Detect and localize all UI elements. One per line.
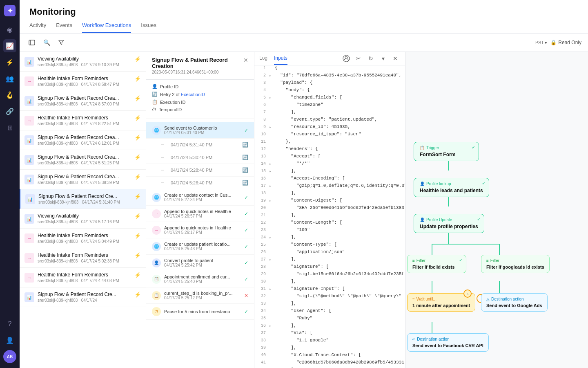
- step-name: Pause for 5 mins from timestamp: [164, 309, 241, 314]
- exec-item-8[interactable]: 📊 Signup Flow & Patient Record Cre... sr…: [20, 189, 146, 209]
- exec-icon-chart: 📊: [24, 135, 34, 145]
- trigger-label: 📋 Trigger: [420, 146, 473, 150]
- body-area: 📊 Viewing Availability srer03skjl-839-kj…: [20, 52, 588, 368]
- step-retry-3[interactable]: 04/17/24 5:28:40 PM 🔄: [146, 164, 254, 177]
- detail-meta: 👤 Profile ID 🔄 Retry 2 of ExecutionID 📋 …: [146, 80, 254, 119]
- exec-item-5[interactable]: 📊 Signup Flow & Patient Record Crea... s…: [20, 130, 146, 150]
- exec-item-1[interactable]: 📊 Viewing Availability srer03skjl-839-kj…: [20, 52, 146, 72]
- step-pause[interactable]: ⏱ Pause for 5 mins from timestamp ✓: [146, 304, 254, 320]
- log-panel-close-button[interactable]: ✕: [390, 54, 400, 63]
- tab-activity[interactable]: Activity: [29, 22, 46, 33]
- nav-icon-help[interactable]: ?: [3, 317, 16, 330]
- tab-workflow-executions[interactable]: Workflow Executions: [82, 22, 131, 33]
- profile-id-row[interactable]: 👤 Profile ID: [152, 84, 248, 89]
- dest-fb-label: ∞ Destination action: [412, 337, 483, 341]
- exec-item-7[interactable]: 📊 Signup Flow & Patient Record Crea... s…: [20, 170, 146, 189]
- step-append-notes-1[interactable]: → Append to quick notes in Healthie 04/1…: [146, 206, 254, 222]
- exec-item-12[interactable]: → Healthie Intake Form Reminders srer03s…: [20, 268, 146, 287]
- log-line-37: 37 "Via": [: [254, 330, 405, 338]
- exec-icon-chart: 📊: [24, 292, 34, 302]
- exec-item-2[interactable]: → Healthie Intake Form Reminders srer03s…: [20, 72, 146, 91]
- filter-icon[interactable]: [56, 37, 67, 48]
- exec-name: Healthie Intake Form Reminders: [38, 252, 131, 258]
- step-icon-globe3: 🌐: [152, 242, 161, 251]
- nav-icon-lightning[interactable]: ⚡: [3, 56, 16, 69]
- flow-node-trigger[interactable]: 📋 Trigger FormSort Form ✓: [414, 142, 479, 161]
- step-x-icon: ✕: [244, 293, 248, 298]
- step-current-step-id[interactable]: 📋 current_step_id is booking_in_pr... 04…: [146, 287, 254, 304]
- lightning-icon: ⚡: [134, 135, 141, 141]
- execution-id-row[interactable]: 📋 Execution ID: [152, 99, 248, 105]
- step-appointment-confirmed[interactable]: 📋 Appointment confirmed and cur... 04/17…: [146, 271, 254, 287]
- exec-item-10[interactable]: → Healthie Intake Form Reminders srer03s…: [20, 229, 146, 248]
- exec-item-13[interactable]: 📊 Signup Flow & Patient Record Cre... sr…: [20, 287, 146, 307]
- tab-inputs[interactable]: Inputs: [274, 52, 287, 65]
- step-retry-2[interactable]: 04/17/24 5:30:40 PM 🔄: [146, 151, 254, 164]
- top-header: Monitoring Activity Events Workflow Exec…: [20, 0, 588, 34]
- sidebar-toggle-icon[interactable]: [26, 37, 38, 48]
- nav-icon-grid[interactable]: ⊞: [3, 121, 16, 134]
- log-line-14: 14 ▸ "*/*": [254, 161, 405, 168]
- flow-node-filter1[interactable]: ≡ Filter Filter if fbclid exists ✓: [407, 255, 466, 273]
- tab-issues[interactable]: Issues: [141, 22, 156, 33]
- step-retry-1[interactable]: 04/17/24 5:31:40 PM 🔄: [146, 139, 254, 151]
- nav-icon-avatar[interactable]: AB: [3, 350, 16, 363]
- person-circle-icon[interactable]: [341, 54, 351, 63]
- step-convert-profile[interactable]: 👤 Convert profile to patient 04/17/24 5:…: [146, 255, 254, 271]
- step-name: Send event to Customer.io: [164, 126, 241, 130]
- timezone-selector[interactable]: PST ▾: [535, 40, 547, 45]
- exec-meta: srer03skjl-839-kjnf803 04/17/24 5:17:16 …: [38, 220, 131, 224]
- exec-meta: srer03skjl-839-kjnf803 04/17/24 6:12:01 …: [38, 141, 131, 146]
- log-panel-chevron[interactable]: ▾: [378, 54, 388, 63]
- search-icon[interactable]: 🔍: [41, 37, 52, 48]
- exec-item-4[interactable]: → Healthie Intake Form Reminders srer03s…: [20, 111, 146, 130]
- step-name: Appointment confirmed and cur...: [164, 274, 241, 279]
- nav-icon-person[interactable]: 👤: [3, 334, 16, 347]
- exec-name: Signup Flow & Patient Record Crea...: [38, 174, 131, 180]
- lightning-inactive-icon: ⚡: [134, 252, 141, 258]
- log-line-34: 34 "User-Agent": [: [254, 308, 405, 316]
- dest-ads-label: △ Destination action: [486, 297, 542, 301]
- exec-name: Healthie Intake Form Reminders: [38, 76, 131, 81]
- exec-icon-chart: 📊: [25, 194, 35, 204]
- flow-node-dest-fb[interactable]: ∞ Destination action Send event to Faceb…: [407, 333, 489, 352]
- nav-icon-monitor[interactable]: ◉: [3, 23, 16, 36]
- filter2-icon: ≡: [486, 258, 489, 263]
- step-append-notes-2[interactable]: → Append to quick notes in Healthie 04/1…: [146, 222, 254, 238]
- wait-label: ≡ Wait until...: [412, 297, 470, 301]
- step-indent-line: [161, 157, 164, 158]
- flow-node-wait[interactable]: ≡ Wait until... 1 minute after appointme…: [407, 293, 475, 312]
- flow-node-filter2[interactable]: ≡ Filter Filter if googleads id exists: [481, 255, 550, 273]
- tab-events[interactable]: Events: [56, 22, 72, 33]
- flow-node-profile-lookup[interactable]: 👤 Profile lookup Healthie leads and pati…: [414, 178, 489, 197]
- detail-close-button[interactable]: ✕: [243, 57, 248, 63]
- execution-id-link[interactable]: ExecutionID: [181, 92, 205, 97]
- retry-row[interactable]: 🔄 Retry 2 of ExecutionID: [152, 92, 248, 97]
- step-retry-icon: 🔄: [242, 167, 248, 173]
- exec-item-11[interactable]: → Healthie Intake Form Reminders srer03s…: [20, 248, 146, 268]
- step-retry-time-4: 04/17/24 5:26:40 PM: [171, 180, 212, 185]
- log-line-22: 22 "Content-Length": [: [254, 220, 405, 227]
- trigger-title: FormSort Form: [420, 152, 473, 157]
- nav-icon-hook[interactable]: 🪝: [3, 88, 16, 101]
- temporal-id-row[interactable]: ⏱ TemporalID: [152, 107, 248, 112]
- nav-icon-share[interactable]: 🔗: [3, 105, 16, 118]
- exec-item-3[interactable]: 📊 Signup Flow & Patient Record Crea... s…: [20, 91, 146, 111]
- flow-node-profile-update[interactable]: 👤 Profile Update Update profile properti…: [414, 214, 484, 233]
- step-check-icon: ✓: [244, 260, 248, 266]
- nav-icon-workflow[interactable]: 📈: [3, 39, 16, 52]
- step-create-patient-location[interactable]: 🌐 Create or update patient locatio... 04…: [146, 238, 254, 255]
- tools-icon[interactable]: ✂: [354, 54, 363, 63]
- exec-item-6[interactable]: 📊 Signup Flow & Patient Record Crea... s…: [20, 150, 146, 170]
- refresh-icon[interactable]: ↻: [366, 54, 376, 63]
- exec-item-9[interactable]: 📊 Viewing Availability srer03skjl-839-kj…: [20, 209, 146, 229]
- exec-icon-chart: 📊: [24, 175, 34, 184]
- nav-icon-users[interactable]: 👥: [3, 72, 16, 85]
- profile-lookup-icon: 👤: [420, 182, 425, 186]
- step-send-customer-io[interactable]: 🌐 Send event to Customer.io 04/17/24 05:…: [146, 122, 254, 139]
- step-retry-4[interactable]: 04/17/24 5:26:40 PM 🔄: [146, 177, 254, 189]
- retry-icon: 🔄: [152, 92, 158, 97]
- tab-log[interactable]: Log: [259, 52, 267, 65]
- step-create-contact[interactable]: 🌐 Create or update contact in Cus... 04/…: [146, 189, 254, 206]
- flow-node-dest-ads[interactable]: △ Destination action Send event to Googl…: [481, 293, 548, 312]
